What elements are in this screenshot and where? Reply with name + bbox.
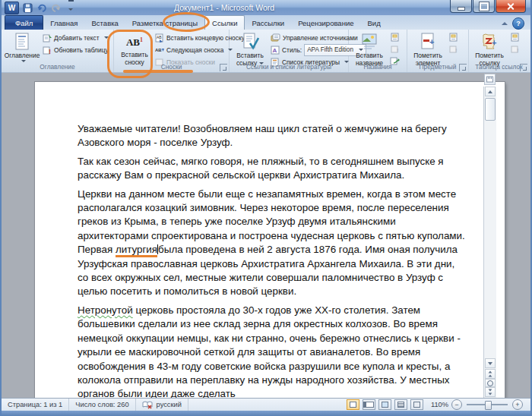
zoom-slider-thumb[interactable]: [485, 401, 492, 410]
insert-index-button[interactable]: [448, 32, 459, 43]
status-bar-right: 110% − +: [347, 399, 530, 410]
select-browse-object-button[interactable]: [485, 379, 496, 387]
zoom-out-button[interactable]: −: [451, 399, 462, 410]
document-page[interactable]: Уважаемые читатели! Возобновляем наш цик…: [35, 82, 505, 398]
plus-icon: +: [515, 401, 519, 408]
svg-text:+: +: [492, 38, 496, 47]
scroll-down-button[interactable]: [485, 358, 496, 368]
table-of-contents-icon: [14, 33, 30, 51]
ribbon-references: Оглавление Добавить текст ! Обновить таб…: [2, 30, 530, 73]
tab-page-layout[interactable]: Разметка страницы: [125, 16, 204, 30]
chevron-down-icon: [104, 36, 109, 39]
paragraph[interactable]: Уважаемые читатели! Возобновляем наш цик…: [78, 122, 467, 150]
web-layout-view-button[interactable]: [378, 399, 391, 410]
svg-text:A: A: [273, 47, 277, 54]
document-area: Уважаемые читатели! Возобновляем наш цик…: [2, 73, 530, 398]
update-index-icon: !: [449, 45, 458, 54]
minimize-ribbon-icon[interactable]: [502, 22, 508, 25]
arrow-up-icon: [488, 90, 492, 93]
zoom-level[interactable]: 110%: [431, 401, 448, 408]
window-controls: [449, 0, 526, 13]
add-text-icon: [43, 33, 52, 43]
minimize-button[interactable]: [450, 0, 472, 13]
tab-insert[interactable]: Вставка: [85, 16, 125, 30]
highlighted-word-liturgia: литургия: [116, 244, 157, 257]
insert-table-of-authorities-button[interactable]: [509, 32, 521, 43]
paragraph[interactable]: Нетронутой церковь простояла до 30-х год…: [78, 304, 467, 398]
svg-text:AB: AB: [157, 35, 162, 39]
update-authorities-table-button: !: [509, 44, 521, 55]
mark-entry-icon: +: [419, 33, 437, 51]
word-count-indicator[interactable]: Число слов: 260: [69, 399, 135, 411]
minimize-icon: [458, 7, 465, 11]
tab-view[interactable]: Вид: [360, 16, 387, 30]
draft-view-icon: [413, 402, 420, 408]
status-bar: Страница: 1 из 1 Число слов: 260 русский…: [2, 398, 530, 411]
group-citations-bibliography: Вставить ссылку Управление источниками A…: [230, 30, 349, 72]
table-of-authorities-icon: [511, 33, 520, 42]
next-footnote-icon: AB: [155, 46, 164, 55]
close-icon: [507, 2, 515, 10]
reading-view-icon: [363, 402, 374, 408]
zoom-slider[interactable]: [467, 404, 508, 405]
next-page-button[interactable]: [485, 387, 496, 397]
proofing-language-indicator[interactable]: русский: [136, 399, 188, 411]
insert-index-icon: [449, 33, 458, 42]
word-window: W Документ1 - Microsoft Word Файл Главна…: [0, 0, 532, 416]
double-arrow-down-icon: [488, 389, 492, 396]
outline-view-icon: [397, 402, 404, 408]
group-index: + Пометить элемент ! Предметный указател…: [407, 30, 469, 72]
close-button[interactable]: [496, 0, 526, 13]
title-bar: W Документ1 - Microsoft Word: [2, 0, 530, 15]
tab-home[interactable]: Главная: [43, 16, 84, 30]
style-icon: A: [271, 46, 280, 55]
insert-footnote-icon: AB1: [126, 33, 143, 50]
scroll-up-button[interactable]: [485, 87, 496, 96]
tab-mailings[interactable]: Рассылки: [245, 16, 291, 30]
tab-review[interactable]: Рецензирование: [291, 16, 360, 30]
ribbon-tab-strip: Файл Главная Вставка Разметка страницы С…: [2, 15, 530, 30]
update-table-icon: !: [391, 45, 400, 54]
manage-sources-icon: [271, 33, 280, 43]
update-table-icon: !: [43, 46, 52, 55]
zoom-in-button[interactable]: +: [512, 399, 523, 410]
toa-dialog-launcher-icon[interactable]: [520, 64, 527, 71]
page-number-indicator[interactable]: Страница: 1 из 1: [2, 399, 69, 411]
outline-view-button[interactable]: [394, 399, 407, 410]
svg-text:AB: AB: [155, 48, 162, 52]
help-icon[interactable]: ?: [512, 17, 524, 30]
maximize-button[interactable]: [473, 0, 495, 13]
svg-text:!: !: [517, 47, 519, 54]
insert-caption-icon: [360, 33, 378, 51]
update-index-button: !: [448, 44, 459, 55]
previous-page-button[interactable]: [485, 369, 496, 379]
paragraph[interactable]: Так как сезон сейчас, мягко говоря, не п…: [78, 155, 467, 183]
group-table-of-authorities: + Пометить ссылку ! Таблица ссылок: [469, 30, 529, 72]
document-text: Уважаемые читатели! Возобновляем наш цик…: [78, 122, 467, 398]
print-layout-view-button[interactable]: [347, 399, 359, 410]
arrow-down-icon: [488, 362, 492, 365]
ruler-toggle-button[interactable]: [484, 74, 496, 85]
window-title: Документ1 - Microsoft Word: [2, 3, 447, 12]
scrollbar-thumb[interactable]: [485, 98, 496, 121]
index-dialog-launcher-icon[interactable]: [459, 64, 467, 71]
footnotes-dialog-launcher-icon[interactable]: [220, 64, 227, 71]
proofing-status-icon: [142, 401, 153, 409]
tab-references[interactable]: Ссылки: [204, 15, 245, 30]
svg-text:!: !: [49, 48, 51, 55]
grammar-flagged-word: Нетронутой: [78, 304, 133, 316]
draft-view-button[interactable]: [410, 399, 423, 410]
group-footnotes: AB1 Вставить сноску AB Вставить концевую…: [114, 30, 230, 72]
vertical-scrollbar[interactable]: [483, 87, 496, 398]
tab-strip-right: ?: [502, 17, 530, 30]
insert-citation-icon: [241, 33, 259, 51]
full-screen-reading-view-button[interactable]: [363, 399, 375, 410]
add-text-button[interactable]: Добавить текст: [40, 32, 111, 43]
insert-table-of-figures-button[interactable]: [389, 32, 401, 43]
group-table-of-contents: Оглавление Добавить текст ! Обновить таб…: [2, 30, 114, 72]
tab-file[interactable]: Файл: [5, 15, 43, 30]
mark-citation-icon: +: [480, 33, 499, 51]
paragraph[interactable]: Церкви на данном месте были еще с незапа…: [78, 188, 467, 299]
svg-text:!: !: [455, 47, 458, 54]
update-table-button[interactable]: ! Обновить таблицу: [40, 44, 111, 55]
